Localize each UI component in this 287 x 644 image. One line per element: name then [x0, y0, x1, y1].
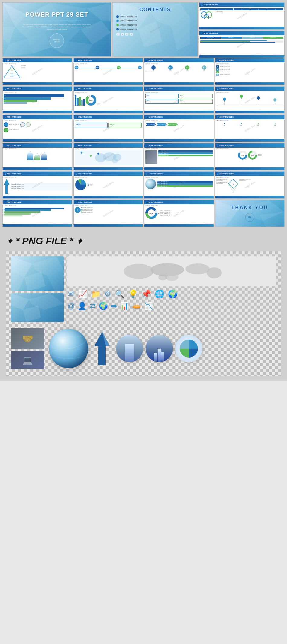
svg-text:TEXT: TEXT [11, 70, 13, 72]
slide-arrow-steps[interactable]: 1 ADD A TITLE SLIDE 1 ANNUAL INTERNET IN… [2, 171, 72, 199]
slide-timeline[interactable]: 1 ADD A TITLE SLIDE 1 ANNUAL INTERNET IN… [73, 58, 143, 85]
logo-circle: INSERTLOGO [50, 33, 64, 48]
slide-table[interactable]: 1 ADD A TITLE SLIDE A B C D E [199, 2, 285, 30]
globe-3d-asset [49, 329, 88, 368]
gear-icon: ⚙ [104, 289, 111, 299]
svg-marker-48 [4, 179, 10, 194]
photo-people: 🤝 [11, 328, 44, 349]
slide-barcircle[interactable]: 1 ADD A TITLE SLIDE 1 ANNUAL INTERNET IN… [73, 86, 143, 113]
svg-point-73 [185, 263, 210, 274]
star-left: ✦ [6, 237, 13, 246]
svg-marker-31 [224, 100, 225, 102]
bar-graph-icon: 📉 [144, 302, 153, 310]
slide-processlist[interactable]: 1 ADD A TITLE SLIDE 1 ANNUAL INTERNET IN… [73, 200, 143, 227]
slide-donuts[interactable]: 1 ADD A TITLE SLIDE 1 ANNUAL INTERNET IN… [215, 143, 285, 170]
main-title: POWER PPT 29 SET [25, 11, 88, 18]
folder-icon: 📁 [91, 289, 101, 299]
building-circle-1 [116, 335, 143, 362]
svg-marker-68 [11, 293, 29, 310]
slide-worldmap[interactable]: 1 ADD A TITLE SLIDE 1 ANNUAL INTERNET IN… [73, 143, 143, 170]
slides-section: POWER PPT 29 SET Insert my subtitle or m… [0, 0, 287, 231]
slide-globe[interactable]: 1 ADD A TITLE SLIDE 1 ANNUAL INTERNET IN… [144, 171, 214, 199]
slide-twobox[interactable]: 1 ADD A TITLE SLIDE 1 ANNUAL INTERNET IN… [73, 115, 143, 142]
slide-abcd[interactable]: 1 ADD A TITLE SLIDE 1 ANNUAL INTERNET IN… [215, 58, 285, 85]
slide-thankyou[interactable]: THANK YOU isador.com [215, 200, 285, 227]
svg-marker-35 [257, 99, 259, 100]
people-icon: 👤 [78, 302, 87, 310]
svg-marker-33 [240, 97, 242, 99]
thankyou-text: THANK YOU [231, 205, 268, 210]
svg-marker-65 [24, 271, 46, 291]
png-title: ✦ * PNG FILE * ✦ [6, 235, 281, 247]
svg-text:TEXT: TEXT [10, 73, 14, 75]
world-map-asset [67, 256, 276, 286]
icon-row-2: @ 👤 ⇄ 🌍 ➡ 📊 🥧 📉 [67, 302, 276, 310]
svg-marker-77 [95, 332, 110, 365]
bulb-icon: 💡 [128, 289, 138, 299]
slide-photo-text[interactable]: 1 ADD A TITLE SLIDE 1 ANNUAL INTERNET IN… [144, 143, 214, 170]
pie-chart-3d [175, 335, 202, 362]
arrow-3d-asset [93, 330, 111, 367]
main-desc: You can put a brief catalogue one of the… [21, 23, 93, 31]
contents-item-3: ANNUAL INTERNET INC [116, 24, 194, 26]
slide-stats[interactable]: 1 ADD A TITLE SLIDE 1 ANNUAL INTERNET IN… [215, 115, 285, 142]
svg-point-71 [124, 264, 154, 279]
earth-icon: 🌍 [168, 289, 178, 299]
svg-point-41 [112, 158, 118, 163]
slide-triangle[interactable]: 1 ADD A TITLE SLIDE 1 ANNUAL INTERNET IN… [2, 58, 72, 85]
slide-textboxes[interactable]: 1 ADD A TITLE SLIDE 1 ANNUAL INTERNET IN… [144, 86, 214, 113]
svg-text:TEXT: TEXT [10, 76, 14, 78]
slide-cylinders[interactable]: 1 ADD A TITLE SLIDE 1 ANNUAL INTERNET IN… [2, 143, 72, 170]
svg-text:KANAL: KANAL [149, 213, 153, 214]
svg-text:60%: 60% [241, 155, 244, 156]
slide-pins[interactable]: 1 ADD A TITLE SLIDE 1 ANNUAL INTERNET IN… [215, 86, 285, 113]
poly-preview-2 [11, 293, 64, 322]
globe-icon: 🌐 [155, 289, 164, 299]
svg-point-74 [207, 267, 222, 278]
slide-num: 1 [201, 4, 202, 6]
slide-diamond[interactable]: 1 ADD A TITLE SLIDE 1 ANNUAL INTERNET IN… [215, 171, 285, 199]
photo-desk: 💻 [11, 351, 44, 369]
contents-title: CONTENTS [116, 7, 194, 12]
search-icon: 🔍 [115, 289, 124, 299]
poly-preview-1 [11, 256, 64, 291]
pin-icon: 📌 [141, 289, 151, 299]
chart-icon: 📈 [78, 289, 87, 299]
svg-text:80%: 80% [89, 100, 92, 101]
slide-circles[interactable]: 1 ADD A TITLE SLIDE 1 ANNUAL INTERNET IN… [144, 58, 214, 85]
svg-marker-37 [274, 101, 276, 103]
3d-objects-row: 🤝 💻 [11, 326, 276, 371]
right-arrow-icon: ➡ [111, 302, 117, 310]
svg-marker-70 [23, 305, 41, 322]
slide-steps[interactable]: 1 ADD A TITLE SLIDE 1 ANNUAL INTERNET IN… [2, 200, 72, 227]
contents-item-2: ANNUAL INTERNET INC [116, 20, 194, 22]
svg-point-76 [158, 274, 167, 280]
contents-item-1: ANNUAL INTERNET INC [116, 15, 194, 18]
slide-circular[interactable]: 1 ADD A TITLE SLIDE 1 ANNUAL INTERNET IN… [144, 200, 214, 227]
svg-text:IT: IT [233, 183, 234, 185]
contents-item-4: ANNUAL INTERNET INC [116, 28, 194, 30]
building-circle-2 [146, 335, 173, 362]
svg-text:75%: 75% [251, 155, 254, 156]
world-icon: 🌍 [99, 302, 108, 310]
contents-slide[interactable]: CONTENTS ANNUAL INTERNET INC ANNUAL INTE… [112, 2, 198, 57]
envelope-icon: ✉ [67, 289, 74, 299]
main-subtitle: Insert my subtitle or main author's name… [33, 19, 81, 22]
pie-chart-icon: 🥧 [132, 302, 141, 310]
slide-process[interactable]: 1 ADD A TITLE SLIDE CONTENTS 01 CONTENTS… [199, 31, 285, 58]
main-title-slide[interactable]: POWER PPT 29 SET Insert my subtitle or m… [2, 2, 111, 57]
at-icon: @ [67, 302, 75, 310]
png-section: ✦ * PNG FILE * ✦ [0, 231, 287, 381]
icon-row-1: ✉ 📈 📁 ⚙ 🔍 💡 📌 🌐 🌍 [67, 289, 276, 299]
slide-icon-circles[interactable]: 1 ADD A TITLE SLIDE 1 ANNUAL INTERNET IN… [2, 115, 72, 142]
arrows-icon: ⇄ [90, 302, 96, 310]
slide-layers[interactable]: 1 ADD A TITLE SLIDE 1 ANNUAL INTERNET IN… [2, 86, 72, 113]
bar-chart-icon: 📊 [120, 302, 129, 310]
star-right: ✦ [76, 237, 83, 246]
slide-pie[interactable]: 1 ADD A TITLE SLIDE 1 ANNUAL INTERNET IN… [73, 171, 143, 199]
slide-chevrons[interactable]: 1 ADD A TITLE SLIDE 1 ANNUAL INTERNET IN… [144, 115, 214, 142]
